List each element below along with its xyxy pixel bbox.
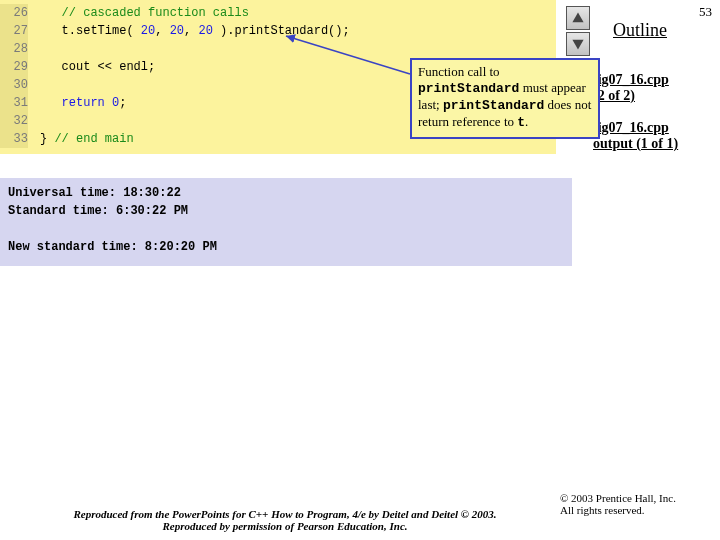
slide-number: 53	[699, 4, 712, 20]
triangle-up-icon	[571, 11, 585, 25]
nav-down-button[interactable]	[566, 32, 590, 56]
svg-marker-0	[572, 12, 583, 22]
output-line: Standard time: 6:30:22 PM	[8, 204, 188, 218]
output-pane: Universal time: 18:30:22 Standard time: …	[0, 178, 572, 266]
code-line: 27 t.setTime( 20, 20, 20 ).printStandard…	[0, 22, 556, 40]
nav-up-button[interactable]	[566, 6, 590, 30]
code-line: 28	[0, 40, 556, 58]
outline-link[interactable]: Outline	[613, 20, 667, 41]
output-line: Universal time: 18:30:22	[8, 186, 181, 200]
svg-marker-1	[572, 40, 583, 50]
output-line: New standard time: 8:20:20 PM	[8, 240, 217, 254]
file-link-2[interactable]: fig07_16.cpp output (1 of 1)	[593, 120, 678, 152]
reproduction-notice: Reproduced from the PowerPoints for C++ …	[50, 508, 520, 532]
file-link-1[interactable]: fig07_16.cpp (2 of 2)	[593, 72, 669, 104]
callout-box: Function call to printStandard must appe…	[410, 58, 600, 139]
copyright: © 2003 Prentice Hall, Inc. All rights re…	[560, 492, 710, 516]
code-line: 26 // cascaded function calls	[0, 4, 556, 22]
triangle-down-icon	[571, 37, 585, 51]
